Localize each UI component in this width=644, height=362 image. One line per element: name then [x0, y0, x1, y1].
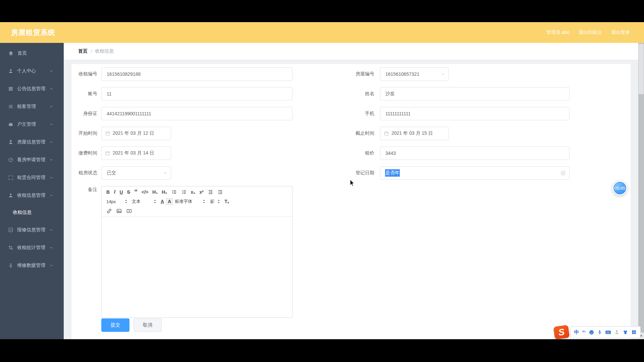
sidebar-item-label: 看房申请管理 [17, 157, 45, 163]
color-glyph: A [161, 199, 164, 204]
calendar-icon [105, 131, 110, 136]
toolbar-link[interactable] [104, 207, 114, 215]
ime-toolbox-icon[interactable] [631, 329, 637, 335]
ime-account-icon[interactable] [614, 329, 620, 335]
id-card-input[interactable]: 441421199001111111 [101, 107, 292, 120]
toolbar-strike[interactable]: S [125, 188, 132, 196]
app-header: 房屋租赁系统 管理员 abo退出到前台退出登录 [0, 22, 644, 43]
sidebar-item-9[interactable]: 报修信息管理 [0, 221, 64, 239]
sidebar-item-8[interactable]: 收租信息管理 [0, 186, 64, 204]
ime-emoji-icon[interactable] [589, 329, 594, 335]
person-icon [8, 139, 13, 145]
timer-value: 05:45 [614, 186, 626, 191]
start-time-value: 2021 年 03 月 12 日 [113, 130, 154, 136]
ime-punctuation-icon[interactable]: °’ [582, 329, 586, 335]
user-icon [8, 193, 13, 198]
italic-glyph: I [114, 189, 115, 195]
rent-id-input[interactable]: 1615610829188 [101, 67, 292, 81]
rent-status-select[interactable]: 已交 [101, 166, 171, 180]
ime-voice-icon[interactable] [597, 329, 602, 335]
crop-icon [8, 245, 13, 250]
updown-arrows-icon [124, 199, 128, 204]
toolbar-clean[interactable]: Tₓ [222, 197, 231, 205]
sidebar-item-5[interactable]: 房屋信息管理 [0, 133, 64, 151]
sidebar-item-label: 收租统计管理 [17, 245, 45, 251]
breadcrumb-item-0[interactable]: 首页 [78, 48, 88, 54]
toolbar-color[interactable]: A [159, 197, 166, 205]
code-glyph: </> [142, 189, 148, 195]
sidebar-item-2[interactable]: 公告信息管理 [0, 80, 64, 98]
toolbar-italic[interactable]: I [112, 188, 117, 196]
toolbar-bold[interactable]: B [104, 188, 112, 196]
header-link-logout[interactable]: 退出登录 [611, 29, 630, 36]
ime-skin-icon[interactable] [623, 329, 628, 335]
toolbar-list-ordered[interactable] [169, 188, 179, 196]
scrollbar-thumb[interactable] [639, 44, 644, 94]
chevron-down-icon [49, 87, 53, 91]
header-link-back-to-front[interactable]: 退出到前台 [579, 29, 602, 36]
toolbar-image[interactable] [114, 207, 124, 215]
form-buttons: 提交 取消 [101, 318, 631, 332]
sidebar-item-4[interactable]: 户主管理 [0, 115, 64, 133]
background-glyph: A [168, 199, 171, 204]
chevron-down-icon [49, 176, 53, 180]
toolbar-align[interactable] [208, 197, 222, 205]
gauge-icon [8, 157, 13, 163]
recording-timer-badge[interactable]: 05:45 [612, 181, 627, 195]
editor-content[interactable] [101, 217, 292, 318]
toolbar-size[interactable]: 14px [104, 197, 130, 205]
toolbar-video[interactable] [124, 207, 134, 215]
house-id-label: 房屋编号 [342, 71, 374, 77]
ime-keyboard-icon[interactable] [605, 330, 611, 335]
toolbar-code[interactable]: </> [140, 188, 150, 196]
form-row-4: 缴费时间2021 年 03 月 14 日租价3443 [71, 146, 631, 160]
register-date-input[interactable]: 是否年 [380, 166, 570, 180]
toolbar-blockquote[interactable]: ” [132, 188, 140, 196]
register-date-label: 登记日期 [342, 170, 374, 176]
header-link-admin[interactable]: 管理员 abo [546, 29, 570, 36]
sidebar-item-6[interactable]: 看房申请管理 [0, 151, 64, 169]
breadcrumb-separator: / [91, 49, 92, 54]
briefcase-icon [8, 122, 13, 127]
toolbar-style[interactable]: 文本 [130, 197, 159, 205]
form-rows: 收租编号1615610829188房屋编号1615610657321账号11姓名… [71, 67, 631, 180]
form-row-3: 开始时间2021 年 03 月 12 日截止时间2021 年 03 月 15 日 [71, 127, 631, 140]
cancel-button[interactable]: 取消 [133, 318, 162, 332]
toolbar-outdent[interactable] [206, 188, 215, 196]
ime-chinese-mode-icon[interactable]: 中 [574, 329, 579, 336]
video-icon [126, 208, 132, 214]
sidebar-item-7[interactable]: 租赁合同管理 [0, 169, 64, 186]
start-time-date-picker[interactable]: 2021 年 03 月 12 日 [101, 127, 171, 140]
chevron-down-icon [49, 246, 53, 250]
sidebar-item-0[interactable]: 首页 [0, 44, 64, 62]
tenant-name-input[interactable]: 沙发 [380, 87, 570, 101]
toolbar-indent[interactable] [215, 188, 225, 196]
sidebar-item-3[interactable]: 租客管理 [0, 98, 64, 115]
sidebar-item-11[interactable]: 维修数据管理 [0, 256, 64, 274]
sidebar-item-10[interactable]: 收租统计管理 [0, 239, 64, 256]
toolbar-subscript[interactable]: x₂ [189, 188, 198, 196]
sidebar-item-label: 租赁合同管理 [17, 175, 45, 181]
toolbar-list-bullet[interactable] [179, 188, 189, 196]
toolbar-font[interactable]: 标准字体 [173, 197, 208, 205]
toolbar-header-1[interactable]: H₁ [150, 188, 160, 196]
sidebar-item-1[interactable]: 个人中心 [0, 62, 64, 80]
vertical-scrollbar[interactable]: ▼ [638, 43, 644, 339]
toolbar-background[interactable]: A [166, 198, 173, 205]
phone-input[interactable]: 11111111111 [380, 107, 570, 120]
toolbar-superscript[interactable]: x² [198, 188, 206, 196]
sogou-logo-icon[interactable]: S [553, 325, 570, 340]
toolbar-header-2[interactable]: H₂ [160, 188, 169, 196]
sidebar-subitem-active[interactable]: 收租信息 [0, 204, 64, 221]
clear-icon[interactable] [560, 170, 566, 176]
chart-icon [8, 227, 13, 233]
account-input[interactable]: 11 [101, 87, 292, 101]
house-id-select[interactable]: 1615610657321 [380, 67, 449, 81]
toolbar-underline[interactable]: U [118, 188, 125, 196]
rent-price-input[interactable]: 3443 [380, 146, 570, 160]
submit-button[interactable]: 提交 [101, 318, 129, 332]
rent-status-value: 已交 [102, 170, 116, 176]
sidebar-item-label: 户主管理 [17, 121, 36, 127]
end-time-date-picker[interactable]: 2021 年 03 月 15 日 [380, 127, 449, 140]
pay-time-date-picker[interactable]: 2021 年 03 月 14 日 [101, 146, 171, 160]
